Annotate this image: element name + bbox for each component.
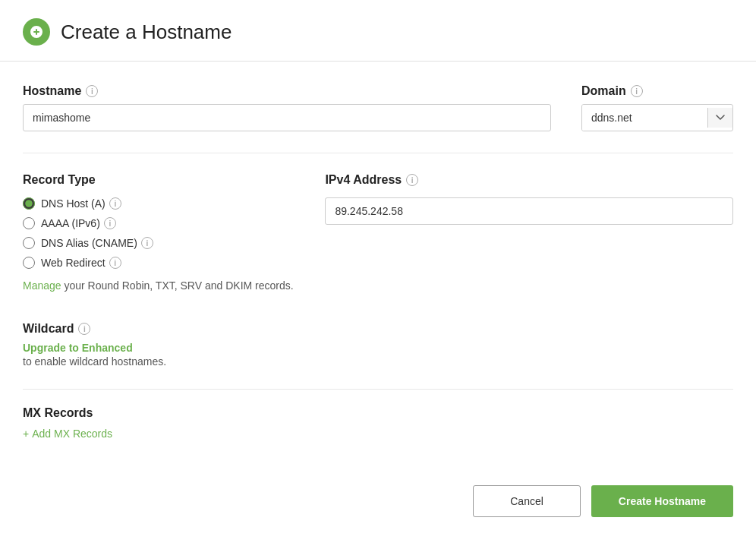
mx-records-section: MX Records + Add MX Records (23, 389, 733, 440)
page-title: Create a Hostname (61, 21, 232, 44)
hostname-label: Hostname i (23, 84, 551, 98)
hostname-info-icon[interactable]: i (86, 85, 98, 97)
radio-web-redirect-label: Web Redirect (41, 257, 106, 269)
dns-host-a-info-icon[interactable]: i (109, 197, 121, 210)
add-mx-records-label: Add MX Records (32, 428, 112, 440)
radio-dns-alias-cname-input[interactable] (23, 237, 35, 249)
radio-aaaa-ipv6[interactable]: AAAA (IPv6) i (23, 217, 295, 229)
add-mx-plus-icon: + (23, 428, 29, 440)
ipv4-col: IPv4 Address i (325, 173, 733, 292)
record-ipv4-row: Record Type DNS Host (A) i AAAA (IPv6) (23, 173, 733, 292)
radio-aaaa-ipv6-input[interactable] (23, 217, 35, 229)
divider-1 (23, 153, 733, 153)
aaaa-ipv6-info-icon[interactable]: i (104, 217, 116, 229)
dns-alias-cname-info-icon[interactable]: i (141, 237, 153, 249)
radio-dns-host-a-label: DNS Host (A) (41, 197, 106, 210)
radio-dns-host-a[interactable]: DNS Host (A) i (23, 197, 295, 210)
add-mx-records-link[interactable]: + Add MX Records (23, 428, 733, 440)
domain-select-wrapper: ddns.net no-ip.com hopto.org (581, 104, 733, 131)
radio-web-redirect[interactable]: Web Redirect i (23, 257, 295, 269)
domain-dropdown-btn[interactable] (707, 108, 732, 128)
cancel-button[interactable]: Cancel (473, 485, 581, 517)
page: Create a Hostname Hostname i Domain i dd… (0, 0, 756, 546)
manage-link[interactable]: Manage (23, 279, 61, 292)
wildcard-section: Wildcard i Upgrade to Enhanced to enable… (23, 307, 733, 368)
radio-dns-host-a-input[interactable] (23, 197, 35, 210)
radio-aaaa-ipv6-label: AAAA (IPv6) (41, 217, 100, 229)
upgrade-to-enhanced-link[interactable]: Upgrade to Enhanced (23, 342, 133, 354)
record-type-radio-group: DNS Host (A) i AAAA (IPv6) i (23, 197, 295, 269)
create-hostname-button[interactable]: Create Hostname (591, 485, 733, 517)
radio-web-redirect-input[interactable] (23, 257, 35, 269)
domain-select[interactable]: ddns.net no-ip.com hopto.org (582, 105, 707, 131)
ipv4-label: IPv4 Address i (325, 173, 733, 187)
ipv4-info-icon[interactable]: i (406, 174, 418, 186)
footer-buttons: Cancel Create Hostname (0, 462, 756, 532)
domain-label: Domain i (581, 84, 733, 98)
page-header: Create a Hostname (0, 0, 756, 62)
plus-circle-icon (23, 18, 50, 46)
radio-dns-alias-cname-label: DNS Alias (CNAME) (41, 237, 137, 249)
manage-text: Manage your Round Robin, TXT, SRV and DK… (23, 279, 295, 292)
manage-suffix: your Round Robin, TXT, SRV and DKIM reco… (64, 279, 293, 292)
wildcard-description: to enable wildcard hostnames. (23, 355, 733, 368)
ipv4-input[interactable] (325, 197, 733, 225)
hostname-input[interactable] (23, 104, 551, 131)
radio-dns-alias-cname[interactable]: DNS Alias (CNAME) i (23, 237, 295, 249)
record-type-label: Record Type (23, 173, 295, 187)
domain-group: Domain i ddns.net no-ip.com hopto.org (581, 84, 733, 131)
form-content: Hostname i Domain i ddns.net no-ip.com h… (0, 62, 756, 455)
record-type-col: Record Type DNS Host (A) i AAAA (IPv6) (23, 173, 295, 292)
mx-records-title: MX Records (23, 406, 733, 420)
hostname-domain-row: Hostname i Domain i ddns.net no-ip.com h… (23, 84, 733, 131)
web-redirect-info-icon[interactable]: i (109, 257, 121, 269)
wildcard-info-icon[interactable]: i (78, 323, 90, 335)
wildcard-label: Wildcard i (23, 322, 733, 336)
hostname-group: Hostname i (23, 84, 551, 131)
domain-info-icon[interactable]: i (631, 85, 643, 97)
